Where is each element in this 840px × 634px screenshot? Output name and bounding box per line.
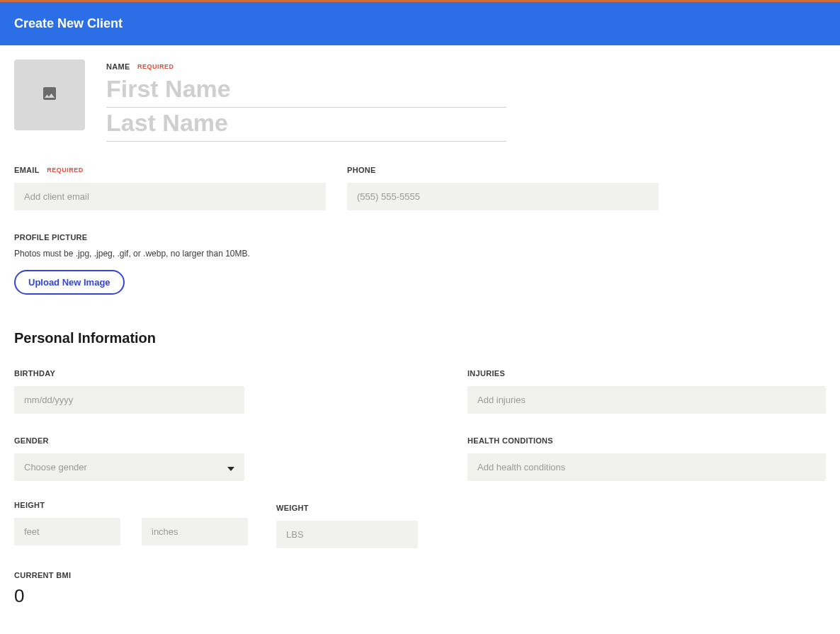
- height-inches-input[interactable]: [142, 518, 248, 545]
- health-conditions-field-group: HEALTH CONDITIONS: [467, 434, 826, 481]
- email-phone-row: EMAIL REQUIRED PHONE: [14, 163, 826, 210]
- phone-label: PHONE: [347, 166, 376, 174]
- gender-select[interactable]: Choose gender: [14, 453, 244, 481]
- email-field-group: EMAIL REQUIRED: [14, 163, 326, 210]
- profile-picture-label: PROFILE PICTURE: [14, 233, 88, 242]
- phone-field-group: PHONE: [347, 163, 659, 210]
- injuries-label: INJURIES: [467, 369, 505, 378]
- height-feet-input[interactable]: [14, 518, 120, 545]
- name-section: NAME REQUIRED: [14, 60, 826, 142]
- bmi-label: CURRENT BMI: [14, 571, 71, 579]
- gender-field-group: GENDER Choose gender: [14, 434, 244, 481]
- image-icon: [41, 85, 58, 105]
- birthday-input[interactable]: [14, 386, 244, 414]
- personal-info-heading: Personal Information: [14, 330, 826, 346]
- name-label: NAME: [106, 62, 130, 71]
- email-required-badge: REQUIRED: [47, 166, 84, 174]
- upload-image-button[interactable]: Upload New Image: [14, 270, 125, 295]
- weight-input[interactable]: [276, 521, 418, 548]
- height-label: HEIGHT: [14, 501, 248, 509]
- name-required-badge: REQUIRED: [137, 63, 174, 70]
- weight-label: WEIGHT: [276, 504, 309, 512]
- last-name-input[interactable]: [106, 108, 506, 142]
- height-weight-row: HEIGHT WEIGHT: [14, 501, 418, 548]
- profile-picture-helper: Photos must be .jpg, .jpeg, .gif, or .we…: [14, 249, 826, 259]
- phone-input[interactable]: [347, 183, 659, 210]
- bmi-field-group: CURRENT BMI 0: [14, 568, 418, 607]
- height-field-group: HEIGHT: [14, 501, 248, 548]
- personal-left-column: BIRTHDAY GENDER Choose gender HEIG: [14, 366, 418, 627]
- birthday-label: BIRTHDAY: [14, 369, 55, 378]
- avatar-placeholder[interactable]: [14, 60, 85, 130]
- page-header: Create New Client: [0, 2, 840, 45]
- first-name-input[interactable]: [106, 74, 506, 108]
- injuries-field-group: INJURIES: [467, 366, 826, 414]
- main-content: NAME REQUIRED EMAIL REQUIRED PHONE PROFI…: [0, 45, 840, 634]
- personal-right-column: INJURIES HEALTH CONDITIONS: [467, 366, 826, 627]
- gender-select-wrapper: Choose gender: [14, 453, 244, 481]
- email-label: EMAIL: [14, 166, 40, 174]
- birthday-field-group: BIRTHDAY: [14, 366, 244, 414]
- injuries-input[interactable]: [467, 386, 826, 414]
- health-conditions-label: HEALTH CONDITIONS: [467, 436, 553, 445]
- weight-field-group: WEIGHT: [276, 501, 418, 548]
- bmi-value: 0: [14, 585, 418, 607]
- profile-picture-section: PROFILE PICTURE Photos must be .jpg, .jp…: [14, 230, 826, 295]
- page-title: Create New Client: [14, 16, 826, 31]
- gender-label: GENDER: [14, 436, 49, 445]
- health-conditions-input[interactable]: [467, 453, 826, 481]
- personal-info-grid: BIRTHDAY GENDER Choose gender HEIG: [14, 366, 826, 627]
- email-input[interactable]: [14, 183, 326, 210]
- name-fields: NAME REQUIRED: [106, 60, 506, 142]
- name-label-row: NAME REQUIRED: [106, 60, 506, 74]
